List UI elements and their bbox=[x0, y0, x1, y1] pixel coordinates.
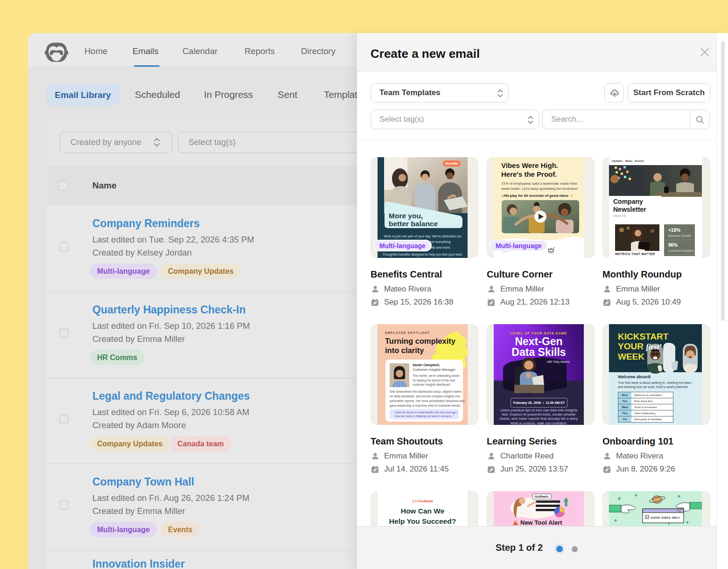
svg-text:better balance: better balance bbox=[389, 220, 438, 228]
svg-text:GOOD VIBES ONLY: GOOD VIBES ONLY bbox=[651, 516, 680, 519]
svg-text:#software: #software bbox=[534, 495, 549, 498]
svg-text:More you,: More you, bbox=[389, 212, 423, 220]
